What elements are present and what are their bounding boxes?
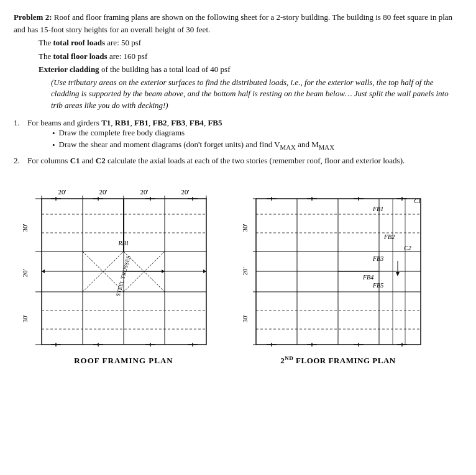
arrow-down-floor: [396, 272, 400, 276]
roof-load-label: The total roof loads are: 50 psf: [39, 38, 141, 47]
fb5-label: FB5: [372, 282, 383, 289]
c2-label: C2: [404, 245, 411, 251]
problem-number: Problem 2:: [14, 12, 52, 22]
c1-label: C1: [414, 197, 421, 204]
q1-sub1-text: Draw the complete free body diagrams: [59, 128, 185, 138]
dim-left-3: 30': [21, 314, 29, 322]
arrow-mid-right: [162, 269, 165, 273]
q1-sub2: •Draw the shear and moment diagrams (don…: [52, 140, 334, 151]
roof-framing-svg: 20' 20' 20' 20' 30' 20' 30': [14, 177, 231, 369]
problem-text: Problem 2: Roof and floor framing plans …: [14, 11, 462, 112]
diagrams-area: 20' 20' 20' 20' 30' 20' 30': [14, 177, 462, 372]
q2-text: For columns C1 and C2 calculate the axia…: [27, 156, 405, 165]
q1-sub2-text: Draw the shear and moment diagrams (don'…: [59, 140, 334, 151]
q2-number: 2.: [14, 156, 27, 166]
fb1-label: FB1: [372, 206, 383, 212]
floor-framing-svg: 30' 20' 30' FB1: [237, 177, 455, 369]
q1-sub1: •Draw the complete free body diagrams: [52, 128, 334, 138]
steel-trusses-label: STEEL TRUSSES: [115, 255, 132, 297]
problem-description: Roof and floor framing plans are shown o…: [14, 12, 452, 34]
q1-number: 1.: [14, 118, 27, 152]
question-1: 1. For beams and girders T1, RB1, FB1, F…: [14, 118, 462, 152]
question-2: 2. For columns C1 and C2 calculate the a…: [14, 156, 462, 166]
cladding-note: (Use tributary areas on the exterior sur…: [51, 78, 449, 111]
dim-top-4: 20': [181, 188, 190, 196]
floor-dim-left-1: 30': [241, 224, 249, 232]
dim-left-1: 30': [21, 224, 29, 232]
roof-framing-diagram: 20' 20' 20' 20' 30' 20' 30': [14, 177, 231, 372]
fb2-label: FB2: [383, 233, 395, 240]
dim-top-3: 20': [140, 188, 149, 196]
q1-text: For beams and girders T1, RB1, FB1, FB2,…: [27, 118, 222, 127]
fb4-label: FB4: [362, 274, 373, 281]
fb3-label: FB3: [372, 255, 383, 262]
dim-top-2: 20': [99, 188, 108, 196]
floor-dim-left-2: 20': [241, 267, 249, 275]
floor-plan-label: 2ND FLOOR FRAMING PLAN: [280, 355, 396, 365]
roof-plan-label: ROOF FRAMING PLAN: [74, 356, 173, 365]
dim-left-2: 20': [21, 269, 29, 277]
floor-load-label: The total floor loads are: 160 psf: [39, 52, 147, 61]
floor-dim-left-3: 30': [241, 314, 249, 322]
and-word: and: [82, 156, 94, 165]
questions-section: 1. For beams and girders T1, RB1, FB1, F…: [14, 118, 462, 166]
floor-framing-diagram: 30' 20' 30' FB1: [237, 177, 455, 372]
dim-top-1: 20': [58, 188, 66, 196]
cladding-label: Exterior cladding of the building has a …: [39, 65, 230, 74]
